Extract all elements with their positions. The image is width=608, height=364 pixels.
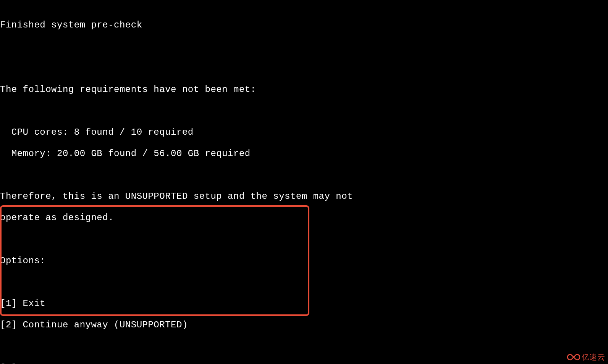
terminal-output[interactable]: Finished system pre-check The following …: [0, 0, 608, 364]
watermark-text: 亿速云: [582, 353, 605, 362]
option-prompt-input[interactable]: [1] > 2: [0, 363, 608, 364]
requirements-header: The following requirements have not been…: [0, 84, 608, 95]
blank-line: [0, 63, 608, 73]
blank-line: [0, 41, 608, 52]
options-header: Options:: [0, 256, 608, 266]
unsupported-warning-2: operate as designed.: [0, 213, 608, 223]
precheck-status: Finished system pre-check: [0, 20, 608, 31]
blank-line: [0, 277, 608, 288]
watermark: 亿速云: [567, 353, 605, 362]
infinity-icon: [567, 353, 580, 361]
cpu-requirement: CPU cores: 8 found / 10 required: [0, 127, 608, 138]
blank-line: [0, 234, 608, 245]
blank-line: [0, 341, 608, 352]
blank-line: [0, 170, 608, 180]
unsupported-warning-1: Therefore, this is an UNSUPPORTED setup …: [0, 191, 608, 202]
memory-requirement: Memory: 20.00 GB found / 56.00 GB requir…: [0, 148, 608, 159]
blank-line: [0, 106, 608, 116]
option-exit: [1] Exit: [0, 298, 608, 309]
option-continue: [2] Continue anyway (UNSUPPORTED): [0, 320, 608, 330]
